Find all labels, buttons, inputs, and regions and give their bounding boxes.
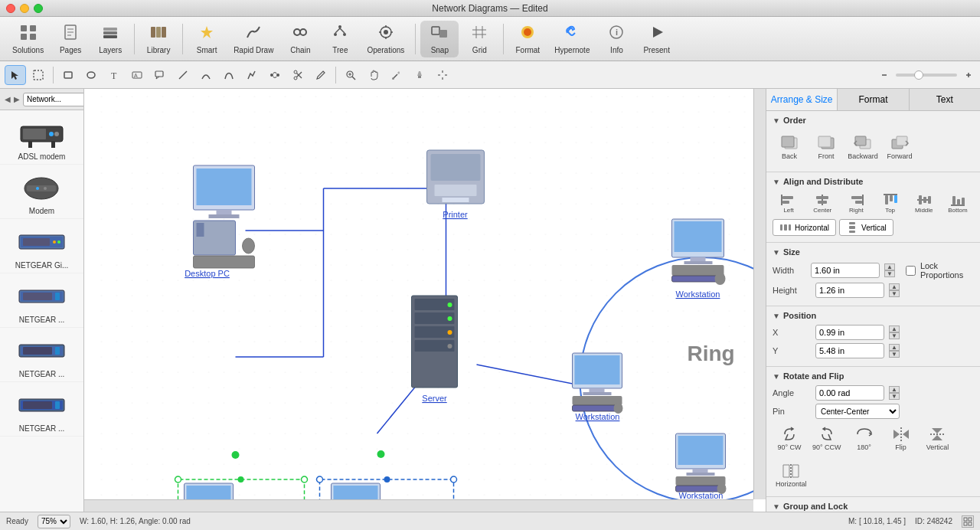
x-input[interactable]	[815, 325, 884, 340]
toolbar-operations[interactable]: Operations	[361, 21, 410, 57]
position-header[interactable]: ▼ Position	[773, 311, 974, 320]
toolbar-layers[interactable]: Layers	[91, 21, 129, 57]
toolbar-grid[interactable]: Grid	[460, 21, 498, 57]
sidebar-search-input[interactable]	[23, 93, 84, 106]
zoom-select[interactable]: 75%	[38, 515, 70, 528]
align-header[interactable]: ▼ Align and Distribute	[773, 177, 974, 186]
lock-proportions-checkbox[interactable]	[906, 266, 916, 276]
y-up-btn[interactable]: ▲	[889, 344, 900, 351]
hand-tool[interactable]	[363, 65, 384, 85]
x-stepper[interactable]: ▲ ▼	[889, 326, 900, 339]
pin-select[interactable]: Center-Center	[815, 404, 900, 419]
angle-input[interactable]	[815, 385, 884, 401]
width-down-btn[interactable]: ▼	[884, 270, 895, 277]
vertical-scrollbar[interactable]	[753, 89, 766, 499]
minimize-button[interactable]	[20, 4, 29, 13]
align-middle-btn[interactable]: Middle	[908, 191, 940, 216]
line-tool[interactable]	[172, 65, 194, 85]
maximize-button[interactable]	[34, 4, 43, 13]
angle-stepper[interactable]: ▲ ▼	[889, 386, 900, 400]
oval-tool[interactable]	[80, 65, 102, 85]
angle-up-btn[interactable]: ▲	[889, 386, 900, 393]
paint-tool[interactable]	[409, 65, 430, 85]
x-up-btn[interactable]: ▲	[889, 326, 900, 332]
tab-arrange-size[interactable]: Arrange & Size	[766, 89, 838, 110]
width-stepper[interactable]: ▲ ▼	[884, 263, 895, 277]
angle-down-btn[interactable]: ▼	[889, 393, 900, 400]
toolbar-library[interactable]: Library	[139, 21, 178, 57]
rotate-header[interactable]: ▼ Rotate and Flip	[773, 371, 974, 381]
rotate-90cw-btn[interactable]: 90° CW	[773, 421, 806, 455]
scissors-tool[interactable]	[287, 65, 309, 85]
zoom-plus-btn[interactable]	[962, 65, 975, 85]
height-stepper[interactable]: ▲ ▼	[889, 283, 900, 297]
y-down-btn[interactable]: ▼	[889, 351, 900, 358]
toolbar-format[interactable]: Format	[508, 21, 547, 57]
sidebar-item-netgear-1[interactable]: NETGEAR ...	[0, 273, 83, 328]
align-top-btn[interactable]: Top	[874, 191, 906, 216]
x-down-btn[interactable]: ▼	[889, 332, 900, 339]
rect-tool[interactable]	[57, 65, 79, 85]
align-left-btn[interactable]: Left	[773, 191, 805, 216]
sidebar-item-netgear-3[interactable]: NETGEAR ...	[0, 382, 83, 437]
align-center-btn[interactable]: Center	[806, 191, 838, 216]
zoom-in-tool[interactable]	[340, 65, 361, 85]
order-front-btn[interactable]: Front	[809, 129, 843, 164]
select-all-tool[interactable]	[28, 65, 49, 85]
label-tool[interactable]: A	[126, 65, 148, 85]
bezier-tool[interactable]	[218, 65, 240, 85]
height-input[interactable]	[815, 283, 884, 298]
rotate-180-btn[interactable]: 180°	[848, 421, 881, 455]
sidebar-item-modem[interactable]: Modem	[0, 165, 83, 219]
align-bottom-btn[interactable]: Bottom	[942, 191, 974, 216]
flip-horizontal-btn[interactable]: Horizontal	[773, 458, 810, 492]
zoom-minus-btn[interactable]	[877, 65, 891, 85]
group-lock-header[interactable]: ▼ Group and Lock	[773, 502, 974, 511]
sidebar-forward-btn[interactable]: ▶	[14, 93, 20, 106]
distribute-horizontal-btn[interactable]: Horizontal	[773, 219, 836, 236]
toolbar-pages[interactable]: Pages	[51, 21, 90, 57]
toolbar-chain[interactable]: Chain	[281, 21, 319, 57]
sidebar-back-btn[interactable]: ◀	[5, 93, 11, 106]
toolbar-hypernote[interactable]: Hypernote	[548, 21, 596, 57]
horizontal-scrollbar[interactable]	[84, 499, 753, 512]
toolbar-smart[interactable]: Smart	[188, 21, 226, 57]
flip-btn[interactable]: Flip	[884, 421, 918, 455]
y-stepper[interactable]: ▲ ▼	[889, 344, 900, 358]
toolbar-rapid-draw[interactable]: Rapid Draw	[227, 21, 279, 57]
fit-canvas-btn[interactable]	[962, 515, 974, 528]
select-tool[interactable]	[5, 65, 26, 85]
text-tool[interactable]: T	[103, 65, 125, 85]
flip-vertical-btn[interactable]: Vertical	[921, 421, 955, 455]
distribute-vertical-btn[interactable]: Vertical	[839, 219, 893, 236]
order-forward-btn[interactable]: Forward	[883, 129, 916, 164]
height-up-btn[interactable]: ▲	[889, 283, 900, 290]
sidebar-item-adsl-modem[interactable]: ADSL modem	[0, 110, 83, 165]
smart-connect-tool[interactable]	[264, 65, 286, 85]
size-header[interactable]: ▼ Size	[773, 247, 974, 257]
zoom-slider[interactable]	[896, 74, 957, 77]
toolbar-snap[interactable]: Snap	[420, 21, 459, 57]
close-button[interactable]	[6, 4, 15, 13]
toolbar-info[interactable]: i Info	[597, 21, 635, 57]
toolbar-present[interactable]: Present	[637, 21, 675, 57]
align-right-btn[interactable]: Right	[840, 191, 872, 216]
rotate-90ccw-btn[interactable]: 90° CCW	[809, 421, 844, 455]
width-up-btn[interactable]: ▲	[884, 263, 895, 270]
height-down-btn[interactable]: ▼	[889, 290, 900, 297]
canvas-area[interactable]: Ring	[84, 89, 766, 512]
tab-text[interactable]: Text	[910, 89, 980, 110]
brush-tool[interactable]	[310, 65, 332, 85]
width-input[interactable]	[811, 263, 880, 278]
sidebar-item-netgear-2[interactable]: NETGEAR ...	[0, 328, 83, 382]
order-backward-btn[interactable]: Backward	[846, 129, 880, 164]
pen-tool[interactable]	[241, 65, 263, 85]
callout-tool[interactable]	[149, 65, 171, 85]
y-input[interactable]	[815, 343, 884, 358]
arc-tool[interactable]	[195, 65, 217, 85]
sidebar-item-netgear-gi[interactable]: NETGEAR Gi...	[0, 219, 83, 273]
order-back-btn[interactable]: Back	[773, 129, 806, 164]
magic-wand-tool[interactable]	[432, 65, 453, 85]
order-header[interactable]: ▼ Order	[773, 116, 974, 125]
eyedropper-tool[interactable]	[386, 65, 407, 85]
